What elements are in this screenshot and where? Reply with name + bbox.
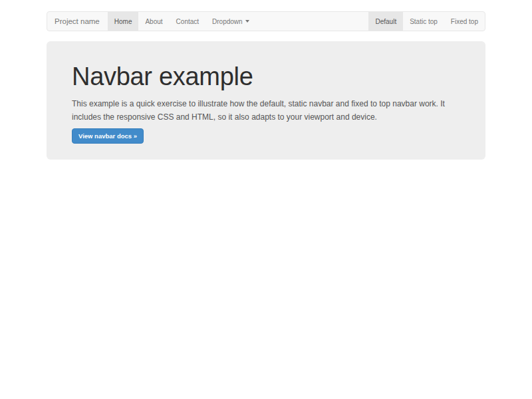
nav-item-about[interactable]: About: [138, 12, 169, 31]
navbar-brand[interactable]: Project name: [47, 12, 108, 31]
nav-item-dropdown-label: Dropdown: [212, 18, 243, 25]
nav-item-fixed-top-label: Fixed top: [451, 18, 478, 25]
nav-item-static-top-label: Static top: [410, 18, 438, 25]
jumbotron-description: This example is a quick exercise to illu…: [72, 97, 460, 124]
nav-item-about-label: About: [145, 18, 162, 25]
nav-item-static-top[interactable]: Static top: [403, 12, 444, 31]
nav-item-dropdown[interactable]: Dropdown: [205, 12, 256, 31]
page-title: Navbar example: [72, 63, 460, 92]
navbar-right-nav: Default Static top Fixed top: [368, 12, 485, 31]
nav-item-contact-label: Contact: [176, 18, 199, 25]
jumbotron: Navbar example This example is a quick e…: [47, 41, 485, 160]
page-container: Project name Home About Contact Dropdown…: [47, 0, 485, 160]
navbar: Project name Home About Contact Dropdown…: [47, 11, 485, 31]
nav-item-default[interactable]: Default: [368, 12, 403, 31]
nav-item-default-label: Default: [375, 18, 396, 25]
nav-item-home[interactable]: Home: [108, 12, 139, 31]
navbar-left-nav: Home About Contact Dropdown: [108, 12, 256, 31]
nav-item-fixed-top[interactable]: Fixed top: [444, 12, 485, 31]
view-navbar-docs-button[interactable]: View navbar docs »: [72, 128, 144, 144]
nav-item-home-label: Home: [114, 18, 132, 25]
nav-item-contact[interactable]: Contact: [170, 12, 205, 31]
caret-down-icon: [245, 20, 249, 23]
